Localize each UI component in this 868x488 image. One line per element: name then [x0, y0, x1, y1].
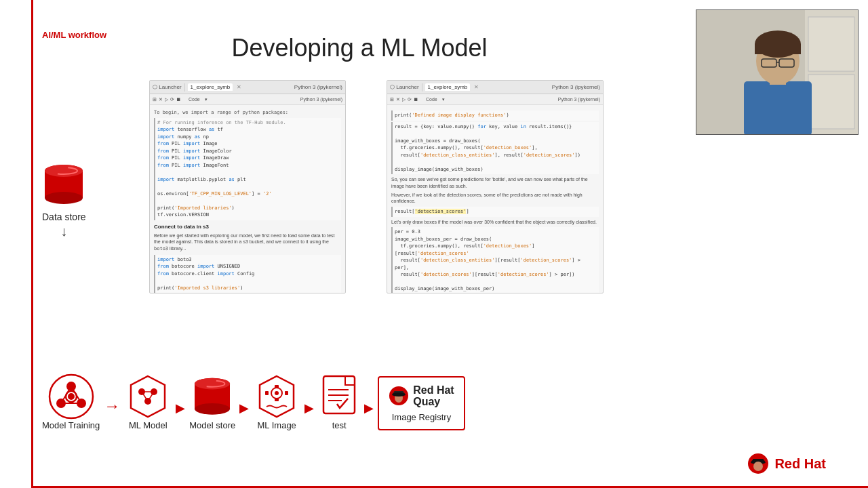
workflow-item-ml-image: ML Image [253, 373, 300, 430]
quay-brand-name: Red Hat [413, 384, 454, 396]
workflow-item-ml-model: ML Model [124, 373, 172, 430]
model-store-label: Model store [189, 420, 235, 430]
model-training-label: Model Training [42, 420, 100, 430]
arrow-5: ▶ [364, 401, 374, 415]
svg-point-41 [275, 391, 279, 395]
datastore-arrow-down: ↓ [60, 224, 67, 239]
notebook-left: ⬡ Launcher 1_explore_symb ✕ Python 3 (ip… [149, 80, 346, 293]
arrow-3: ▶ [239, 401, 249, 415]
notebook-right: ⬡ Launcher 1_explore_symb ✕ Python 3 (ip… [387, 80, 604, 293]
workflow-item-image-registry: Red Hat Quay Image Registry [378, 376, 465, 430]
notebook-right-toolbar: ⊞ ✕ ▷ ⟳ ⏹ Code ▾ Python 3 (ipykernel) [387, 94, 603, 105]
ml-model-icon [124, 373, 172, 420]
notebook-right-tabbar: ⬡ Launcher 1_explore_symb ✕ Python 3 (ip… [387, 81, 603, 94]
ml-image-label: ML Image [258, 420, 296, 430]
svg-rect-44 [265, 391, 269, 395]
left-border-accent [31, 0, 33, 488]
svg-rect-3 [808, 75, 854, 129]
svg-point-54 [392, 392, 406, 396]
svg-point-26 [68, 393, 75, 400]
redhat-logo-bottom: Red Hat [747, 453, 826, 474]
workflow-item-model-store: Model store [189, 376, 235, 430]
notebook-right-content: print('Defined image display functions')… [387, 105, 603, 293]
notebook-left-content: To begin, we import a range of python pa… [150, 105, 345, 293]
redhat-text: Red Hat [774, 456, 826, 472]
image-registry-label: Image Registry [392, 412, 451, 422]
datastore-icon [43, 163, 85, 210]
test-icon [318, 373, 360, 420]
webcam-person [696, 10, 858, 134]
svg-rect-42 [275, 385, 279, 388]
svg-rect-2 [808, 17, 854, 71]
svg-rect-45 [285, 391, 288, 395]
arrow-2: ▶ [176, 401, 185, 415]
svg-rect-8 [755, 44, 801, 54]
svg-marker-27 [131, 376, 165, 417]
webcam-svg [696, 10, 859, 135]
workflow-item-model-training: Model Training [42, 373, 100, 430]
datastore-label: Data store [42, 211, 86, 222]
arrow-1: → [104, 396, 120, 415]
notebook-left-toolbar: ⊞ ✕ ▷ ⟳ ⏹ Code ▾ Python 3 (ipykernel) [150, 94, 345, 105]
quay-logo-row: Red Hat Quay [389, 384, 454, 408]
model-training-icon [47, 373, 95, 420]
svg-point-36 [195, 403, 230, 415]
quay-brand-text: Red Hat Quay [413, 384, 454, 408]
webcam-feed [696, 9, 859, 135]
svg-rect-43 [275, 398, 279, 401]
svg-marker-39 [260, 376, 294, 417]
workflow-item-test: test [318, 373, 360, 430]
page-title: Developing a ML Model [0, 34, 719, 62]
ml-model-label: ML Model [129, 420, 167, 430]
redhat-shadowman-icon [389, 386, 409, 406]
svg-point-59 [753, 462, 763, 471]
quay-product-name: Quay [413, 396, 454, 408]
workflow-row: Model Training → ML Model ▶ Model store [42, 373, 685, 430]
arrow-4: ▶ [304, 401, 314, 415]
notebook-left-tabbar: ⬡ Launcher 1_explore_symb ✕ Python 3 (ip… [150, 81, 345, 94]
model-store-icon [191, 376, 233, 420]
test-label: test [332, 420, 347, 430]
svg-point-14 [45, 192, 83, 204]
redhat-logo-icon [747, 453, 769, 474]
svg-rect-4 [744, 81, 812, 135]
ml-image-icon [253, 373, 300, 420]
datastore-section: Data store ↓ [42, 163, 86, 239]
